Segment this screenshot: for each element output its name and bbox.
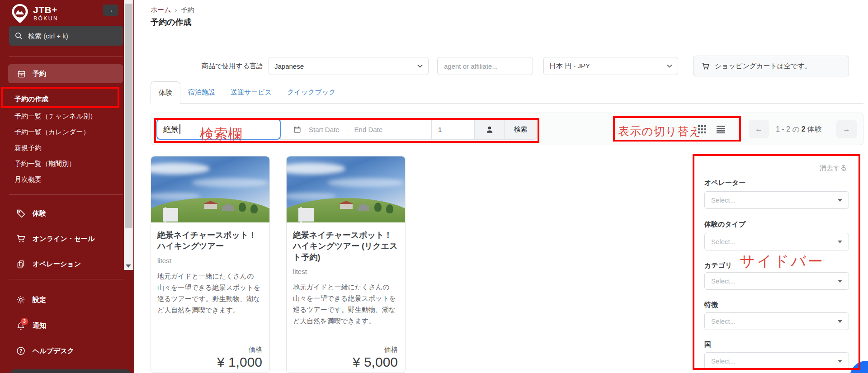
- sidebar-bottom-bar[interactable]: [10, 369, 131, 373]
- product-image: [151, 156, 269, 222]
- signboard: [298, 208, 314, 222]
- date-range-picker[interactable]: Start Date - End Date: [280, 119, 432, 140]
- sidebar-search[interactable]: [9, 26, 123, 46]
- breadcrumb-home-link[interactable]: ホーム: [151, 6, 171, 14]
- product-image: [287, 156, 405, 222]
- dropdown-arrow-icon: [838, 280, 842, 283]
- pagination-next-button[interactable]: →: [836, 120, 857, 138]
- language-label: 商品で使用する言語: [151, 57, 263, 75]
- sidebar-collapse-button[interactable]: →: [103, 5, 118, 16]
- search-button[interactable]: 検索: [504, 119, 537, 140]
- product-title: 絶景ネイチャースポット！ ハイキングツアー (リクエスト予約): [293, 230, 399, 263]
- sidebar-item-bookings-by-channel[interactable]: 予約一覧（チャンネル別）: [14, 109, 97, 123]
- sidebar-scrollbar-thumb[interactable]: [125, 4, 132, 228]
- sidebar-item-bookings-by-period[interactable]: 予約一覧（期間別）: [14, 157, 75, 170]
- language-select[interactable]: Japanese: [269, 57, 429, 75]
- sidebar-item-operations[interactable]: オペレーション: [16, 255, 81, 273]
- product-card[interactable]: 絶景ネイチャースポット！ ハイキングツアー litest 地元ガイドと一緒にたく…: [151, 156, 270, 373]
- sidebar-search-input[interactable]: [27, 32, 113, 40]
- breadcrumb: ホーム›予約: [151, 6, 194, 14]
- chat-floating-button[interactable]: [850, 361, 868, 373]
- agent-affiliate-input[interactable]: [443, 62, 527, 71]
- product-vendor: litest: [157, 257, 263, 264]
- breadcrumb-current: 予約: [181, 6, 194, 14]
- tab-accommodation[interactable]: 宿泊施設: [180, 81, 223, 104]
- sidebar-item-online-sales[interactable]: オンライン・セール: [16, 230, 94, 248]
- tab-transfer-service[interactable]: 送迎サービス: [223, 81, 279, 104]
- filter-operator-select[interactable]: Select...: [704, 191, 849, 209]
- pages-icon: [16, 260, 26, 269]
- product-price: ¥ 1,000: [217, 354, 262, 370]
- cart-icon: [16, 234, 26, 243]
- shopping-cart-status[interactable]: ショッピングカートは空です。: [693, 56, 849, 76]
- end-date-label: End Date: [354, 126, 383, 133]
- notification-badge: 3: [21, 318, 28, 325]
- sidebar-divider: [9, 194, 123, 195]
- sidebar-item-settings[interactable]: 設定: [16, 291, 46, 309]
- product-vendor: litest: [293, 268, 399, 275]
- dropdown-arrow-icon: [838, 199, 842, 202]
- tag-icon: [16, 209, 26, 218]
- chevron-down-icon: [417, 64, 423, 68]
- sidebar-item-new-booking[interactable]: 新規予約: [14, 141, 42, 155]
- search-panel: 絶景 Start Date - End Date 1 検索: [151, 113, 863, 145]
- start-date-label: Start Date: [309, 126, 340, 133]
- page-title: 予約の作成: [151, 17, 191, 28]
- calendar-icon: [17, 70, 26, 78]
- agent-affiliate-field[interactable]: [437, 57, 533, 75]
- list-view-icon[interactable]: [717, 125, 725, 133]
- dropdown-arrow-icon: [838, 241, 842, 243]
- tab-experiences[interactable]: 体験: [151, 81, 180, 104]
- sidebar-item-bookings-calendar[interactable]: 予約一覧（カレンダー）: [14, 125, 90, 139]
- brand-logo-icon: [10, 3, 29, 26]
- sidebar-divider: [9, 56, 123, 57]
- tab-quick-book[interactable]: クイックブック: [279, 81, 343, 104]
- sidebar-item-notifications[interactable]: 3 通知: [16, 316, 46, 335]
- product-title: 絶景ネイチャースポット！ ハイキングツアー: [157, 230, 263, 252]
- filter-category-label: カテゴリ: [704, 261, 732, 270]
- svg-text:?: ?: [19, 348, 23, 354]
- sidebar-item-helpdesk[interactable]: ? ヘルプデスク: [16, 342, 74, 360]
- passenger-selector[interactable]: [474, 119, 505, 140]
- cart-icon: [702, 62, 710, 70]
- sidebar-scrollbar[interactable]: [124, 0, 133, 270]
- sidebar-item-create-booking[interactable]: 予約の作成: [14, 92, 48, 106]
- clear-filters-button[interactable]: 消去する: [820, 164, 847, 172]
- filter-category-select[interactable]: Select...: [704, 272, 849, 290]
- filter-experience-type-select[interactable]: Select...: [704, 233, 849, 250]
- breadcrumb-separator: ›: [175, 6, 177, 14]
- scroll-down-arrow-icon[interactable]: [126, 264, 131, 268]
- currency-select[interactable]: 日本 円 - JPY: [543, 57, 678, 75]
- gear-icon: [16, 295, 26, 304]
- signboard: [163, 208, 178, 222]
- passenger-count-input[interactable]: 1: [431, 119, 475, 140]
- bell-icon: 3: [16, 321, 26, 331]
- app-screen: JTB+ BÓKUN → 予約 予約の作成 予約一覧: [0, 0, 868, 373]
- sidebar-item-bookings[interactable]: 予約: [8, 64, 123, 83]
- sidebar-item-experiences[interactable]: 体験: [16, 204, 46, 222]
- sidebar-divider: [9, 279, 123, 279]
- product-price: ¥ 5,000: [353, 354, 398, 370]
- search-icon: [14, 32, 23, 40]
- filter-country-select[interactable]: Select...: [704, 352, 849, 370]
- filter-country-label: 国: [704, 340, 711, 349]
- product-type-tabs: 体験 宿泊施設 送迎サービス クイックブック: [151, 81, 344, 104]
- text-caret: [179, 124, 180, 134]
- pagination-prev-button[interactable]: ←: [749, 120, 769, 138]
- sidebar: JTB+ BÓKUN → 予約 予約の作成 予約一覧: [0, 0, 134, 373]
- help-icon: ?: [16, 346, 26, 355]
- chevron-down-icon: [667, 64, 672, 68]
- price-label: 価格: [249, 345, 262, 354]
- filter-operator-label: オペレーター: [704, 179, 745, 187]
- sidebar-item-monthly-overview[interactable]: 月次概要: [14, 173, 42, 186]
- annotation-text-sidebar: サイドバー: [740, 251, 825, 272]
- keyword-search-input[interactable]: 絶景: [156, 119, 281, 140]
- product-description: 地元ガイドと一緒にたくさんの山々を一望できる絶景スポットを巡るツアーです。野生動…: [293, 281, 399, 327]
- dropdown-arrow-icon: [838, 320, 842, 323]
- filter-features-select[interactable]: Select...: [704, 312, 849, 330]
- pagination-status: 1 - 2 の2体験: [776, 120, 822, 138]
- product-description: 地元ガイドと一緒にたくさんの山々を一望できる絶景スポットを巡るツアーです。野生動…: [157, 270, 263, 316]
- grid-view-icon[interactable]: [698, 125, 706, 133]
- price-label: 価格: [384, 345, 398, 354]
- product-card[interactable]: 絶景ネイチャースポット！ ハイキングツアー (リクエスト予約) litest 地…: [286, 156, 406, 373]
